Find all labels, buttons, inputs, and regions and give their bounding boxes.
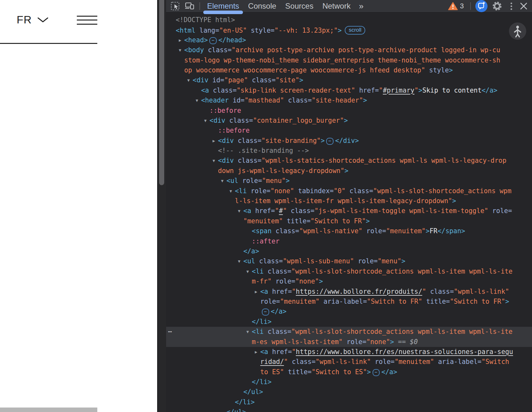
page-image-placeholder: [0, 408, 97, 412]
code-token: #: [279, 207, 283, 215]
expand-arrow-open-icon[interactable]: ▼: [227, 186, 235, 196]
code-line[interactable]: l-ls-item wpml-ls-item-fr wpml-ls-item-l…: [166, 196, 532, 206]
hamburger-menu-icon[interactable]: [77, 16, 97, 25]
expand-arrow-open-icon[interactable]: ▼: [193, 95, 201, 105]
inspect-icon[interactable]: [171, 2, 180, 11]
kebab-menu-icon[interactable]: [509, 1, 513, 11]
code-line[interactable]: ▼<li class="wpml-ls-slot-shortcode_actio…: [166, 267, 532, 276]
language-switcher[interactable]: FR: [17, 13, 48, 26]
code-token: ": [283, 207, 287, 215]
code-line[interactable]: ▼<header id="masthead" class="site-heade…: [166, 95, 532, 105]
page-scrollbar-thumb[interactable]: [159, 0, 164, 185]
code-line[interactable]: "menuitem" title="Switch to FR">: [166, 216, 532, 226]
code-token: https://www.bollore.fr/produits/: [296, 288, 422, 295]
code-line[interactable]: ::after: [166, 236, 532, 246]
code-line[interactable]: <html lang="en-US" style="--vh: 13.23px;…: [166, 25, 532, 35]
code-line[interactable]: </li>: [166, 377, 532, 387]
code-token: ": [292, 288, 296, 295]
code-token: >: [344, 117, 348, 124]
language-label[interactable]: FR: [17, 13, 32, 26]
tab-elements[interactable]: Elements: [203, 0, 244, 12]
code-token: <ul: [226, 177, 238, 185]
code-line[interactable]: </ul>: [166, 387, 532, 397]
code-line[interactable]: ▼<body class="archive post-type-archive …: [166, 45, 532, 55]
expand-arrow-open-icon[interactable]: ▼: [218, 176, 226, 186]
code-token: class=: [204, 46, 231, 54]
code-line[interactable]: ▼<div id="page" class="site">: [166, 75, 532, 85]
more-panels-icon[interactable]: »: [357, 1, 365, 11]
code-line[interactable]: ▼<div class="wpml-ls-statics-shortcode_a…: [166, 156, 532, 166]
code-line[interactable]: ::before: [166, 126, 532, 136]
expand-arrow-open-icon[interactable]: ▼: [244, 327, 252, 337]
code-line[interactable]: ▶<div class="site-branding">⋯</div>: [166, 136, 532, 146]
code-line[interactable]: <!DOCTYPE html>: [166, 15, 532, 25]
code-token: "menuitem": [395, 358, 434, 366]
code-token: >: [418, 87, 422, 94]
code-line[interactable]: <a class="skip-link screen-reader-text" …: [166, 86, 532, 95]
expand-arrow-closed-icon[interactable]: ▶: [210, 136, 218, 146]
expand-arrow-closed-icon[interactable]: ▶: [176, 35, 184, 45]
expand-arrow-closed-icon[interactable]: ▶: [252, 287, 260, 297]
code-line[interactable]: <span class="wpml-ls-native" role="menui…: [166, 226, 532, 236]
tab-sources[interactable]: Sources: [281, 0, 318, 12]
code-token: </ul>: [226, 408, 246, 412]
code-line[interactable]: role="menuitem" aria-label="Switch to FR…: [166, 297, 532, 307]
ai-assistant-icon[interactable]: [475, 0, 488, 12]
expand-arrow-open-icon[interactable]: ▼: [235, 206, 243, 216]
code-line[interactable]: ▶<head>⋯</head>: [166, 35, 532, 45]
code-token: <a: [260, 288, 268, 295]
code-line[interactable]: ▶<a href="https://www.bollore.fr/produit…: [166, 287, 532, 297]
code-line[interactable]: ▶<a href="https://www.bollore.fr/es/nues…: [166, 347, 532, 357]
code-line[interactable]: ▼<li role="none" tabindex="0" class="wpm…: [166, 186, 532, 196]
code-line[interactable]: </a>: [166, 246, 532, 256]
code-token: "menuitem": [280, 298, 319, 305]
expand-arrow-open-icon[interactable]: ▼: [176, 45, 184, 55]
tab-network[interactable]: Network: [318, 0, 355, 12]
code-token: role=: [238, 177, 262, 185]
code-line[interactable]: ▼<ul class="wpml-ls-sub-menu" role="menu…: [166, 256, 532, 266]
code-token: "skip-link screen-reader-text": [237, 87, 355, 94]
accessibility-icon[interactable]: [509, 22, 526, 40]
issues-button[interactable]: 3: [448, 2, 464, 10]
ellipsis-pill-icon[interactable]: ⋯: [373, 369, 380, 376]
code-line[interactable]: </li>: [166, 397, 532, 407]
expand-arrow-open-icon[interactable]: ▼: [244, 267, 252, 276]
code-line[interactable]: ::before: [166, 106, 532, 116]
code-line[interactable]: ⋯▼<li class="wpml-ls-slot-shortcode_acti…: [166, 327, 532, 337]
code-line[interactable]: ▼<a href="#" class="js-wpml-ls-item-togg…: [166, 206, 532, 216]
code-token: "en-US": [219, 27, 247, 34]
ellipsis-pill-icon[interactable]: ⋯: [209, 37, 217, 44]
code-line[interactable]: <!-- .site-branding -->: [166, 146, 532, 156]
code-line[interactable]: m-fr" role="none">: [166, 276, 532, 286]
expand-arrow-open-icon[interactable]: ▼: [210, 156, 218, 166]
code-line[interactable]: to ES" title="Switch to ES">⋯</a>: [166, 367, 532, 377]
gear-icon[interactable]: [492, 1, 502, 11]
close-icon[interactable]: [520, 2, 528, 10]
code-line[interactable]: m-es wpml-ls-last-item" role="none"> == …: [166, 337, 532, 347]
ellipsis-pill-icon[interactable]: ⋯: [262, 309, 269, 316]
ellipsis-pill-icon[interactable]: ⋯: [326, 138, 334, 145]
expand-arrow-closed-icon[interactable]: ▶: [252, 347, 260, 357]
code-token: #primary: [383, 87, 415, 94]
code-token: >: [390, 338, 394, 346]
expand-arrow-open-icon[interactable]: ▼: [201, 116, 210, 126]
tab-console[interactable]: Console: [244, 0, 281, 12]
code-line[interactable]: op woocommerce woocommerce-page woocomme…: [166, 65, 532, 75]
code-line[interactable]: stom-logo wp-theme-nobi_theme sidebar_en…: [166, 55, 532, 65]
code-token: FR: [430, 227, 438, 235]
device-toolbar-icon[interactable]: [185, 1, 194, 11]
toolbar-right-group: 3: [448, 0, 532, 12]
expand-arrow-open-icon[interactable]: ▼: [235, 256, 243, 266]
overflow-dots-icon[interactable]: ⋯: [168, 327, 172, 337]
devtools-toolbar: ElementsConsoleSourcesNetwork » 3: [166, 0, 532, 12]
code-line[interactable]: ridad/" class="wpml-ls-link" role="menui…: [166, 357, 532, 367]
code-line[interactable]: </ul>: [166, 407, 532, 412]
hamburger-bar: [77, 24, 97, 25]
code-line[interactable]: </li>: [166, 317, 532, 327]
code-token: </li>: [235, 398, 255, 406]
code-line[interactable]: ⋯</a>: [166, 307, 532, 317]
code-line[interactable]: ▼<div class="container_logo_burger">: [166, 116, 532, 126]
code-line[interactable]: down js-wpml-ls-legacy-dropdown">: [166, 166, 532, 176]
expand-arrow-open-icon[interactable]: ▼: [184, 75, 193, 85]
code-line[interactable]: ▼<ul role="menu">: [166, 176, 532, 186]
